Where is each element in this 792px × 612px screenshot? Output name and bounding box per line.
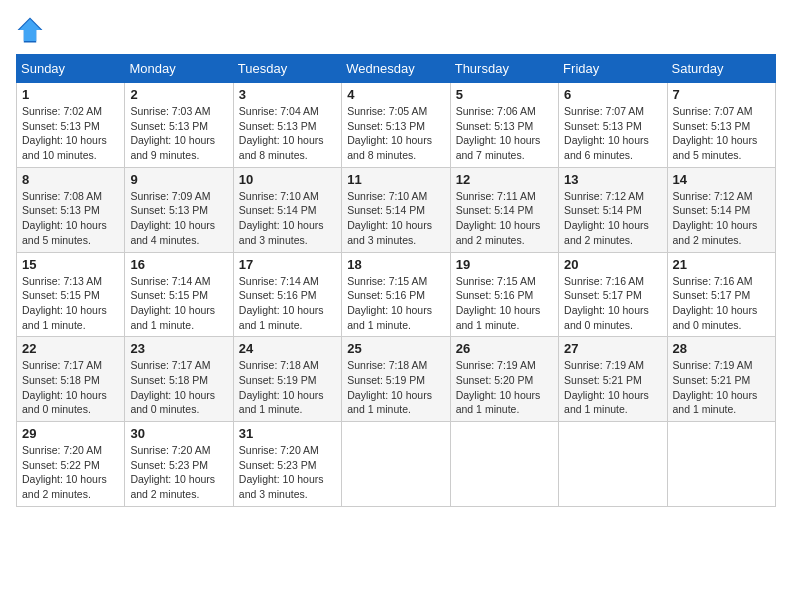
calendar-day-cell: 14Sunrise: 7:12 AM Sunset: 5:14 PM Dayli…: [667, 167, 775, 252]
day-info: Sunrise: 7:12 AM Sunset: 5:14 PM Dayligh…: [564, 189, 661, 248]
calendar-day-cell: 3Sunrise: 7:04 AM Sunset: 5:13 PM Daylig…: [233, 83, 341, 168]
day-info: Sunrise: 7:20 AM Sunset: 5:22 PM Dayligh…: [22, 443, 119, 502]
calendar-day-cell: 29Sunrise: 7:20 AM Sunset: 5:22 PM Dayli…: [17, 422, 125, 507]
day-number: 16: [130, 257, 227, 272]
calendar-day-cell: 10Sunrise: 7:10 AM Sunset: 5:14 PM Dayli…: [233, 167, 341, 252]
calendar-day-cell: 2Sunrise: 7:03 AM Sunset: 5:13 PM Daylig…: [125, 83, 233, 168]
day-number: 23: [130, 341, 227, 356]
calendar-day-cell: 26Sunrise: 7:19 AM Sunset: 5:20 PM Dayli…: [450, 337, 558, 422]
day-number: 22: [22, 341, 119, 356]
calendar-day-cell: 4Sunrise: 7:05 AM Sunset: 5:13 PM Daylig…: [342, 83, 450, 168]
calendar-day-cell: 6Sunrise: 7:07 AM Sunset: 5:13 PM Daylig…: [559, 83, 667, 168]
day-number: 18: [347, 257, 444, 272]
day-number: 20: [564, 257, 661, 272]
day-info: Sunrise: 7:13 AM Sunset: 5:15 PM Dayligh…: [22, 274, 119, 333]
day-number: 14: [673, 172, 770, 187]
calendar-week-row: 1Sunrise: 7:02 AM Sunset: 5:13 PM Daylig…: [17, 83, 776, 168]
day-info: Sunrise: 7:15 AM Sunset: 5:16 PM Dayligh…: [456, 274, 553, 333]
day-info: Sunrise: 7:17 AM Sunset: 5:18 PM Dayligh…: [22, 358, 119, 417]
logo: [16, 16, 48, 44]
calendar-day-cell: 27Sunrise: 7:19 AM Sunset: 5:21 PM Dayli…: [559, 337, 667, 422]
empty-cell: [450, 422, 558, 507]
day-info: Sunrise: 7:19 AM Sunset: 5:21 PM Dayligh…: [564, 358, 661, 417]
calendar-week-row: 15Sunrise: 7:13 AM Sunset: 5:15 PM Dayli…: [17, 252, 776, 337]
calendar-day-cell: 21Sunrise: 7:16 AM Sunset: 5:17 PM Dayli…: [667, 252, 775, 337]
calendar-day-cell: 28Sunrise: 7:19 AM Sunset: 5:21 PM Dayli…: [667, 337, 775, 422]
calendar-day-cell: 30Sunrise: 7:20 AM Sunset: 5:23 PM Dayli…: [125, 422, 233, 507]
day-number: 24: [239, 341, 336, 356]
weekday-header: Thursday: [450, 55, 558, 83]
calendar-day-cell: 11Sunrise: 7:10 AM Sunset: 5:14 PM Dayli…: [342, 167, 450, 252]
day-number: 29: [22, 426, 119, 441]
day-info: Sunrise: 7:19 AM Sunset: 5:20 PM Dayligh…: [456, 358, 553, 417]
svg-marker-1: [19, 19, 41, 41]
day-info: Sunrise: 7:18 AM Sunset: 5:19 PM Dayligh…: [347, 358, 444, 417]
day-number: 8: [22, 172, 119, 187]
day-number: 5: [456, 87, 553, 102]
day-info: Sunrise: 7:05 AM Sunset: 5:13 PM Dayligh…: [347, 104, 444, 163]
day-info: Sunrise: 7:17 AM Sunset: 5:18 PM Dayligh…: [130, 358, 227, 417]
day-info: Sunrise: 7:09 AM Sunset: 5:13 PM Dayligh…: [130, 189, 227, 248]
calendar-day-cell: 5Sunrise: 7:06 AM Sunset: 5:13 PM Daylig…: [450, 83, 558, 168]
weekday-header: Wednesday: [342, 55, 450, 83]
day-number: 25: [347, 341, 444, 356]
calendar-day-cell: 24Sunrise: 7:18 AM Sunset: 5:19 PM Dayli…: [233, 337, 341, 422]
calendar-day-cell: 20Sunrise: 7:16 AM Sunset: 5:17 PM Dayli…: [559, 252, 667, 337]
day-number: 26: [456, 341, 553, 356]
day-number: 9: [130, 172, 227, 187]
weekday-header: Tuesday: [233, 55, 341, 83]
day-number: 21: [673, 257, 770, 272]
day-number: 17: [239, 257, 336, 272]
page-header: [16, 16, 776, 44]
calendar-day-cell: 19Sunrise: 7:15 AM Sunset: 5:16 PM Dayli…: [450, 252, 558, 337]
day-info: Sunrise: 7:16 AM Sunset: 5:17 PM Dayligh…: [673, 274, 770, 333]
day-info: Sunrise: 7:14 AM Sunset: 5:16 PM Dayligh…: [239, 274, 336, 333]
calendar-day-cell: 7Sunrise: 7:07 AM Sunset: 5:13 PM Daylig…: [667, 83, 775, 168]
calendar-day-cell: 22Sunrise: 7:17 AM Sunset: 5:18 PM Dayli…: [17, 337, 125, 422]
weekday-header: Friday: [559, 55, 667, 83]
weekday-header: Sunday: [17, 55, 125, 83]
calendar-day-cell: 13Sunrise: 7:12 AM Sunset: 5:14 PM Dayli…: [559, 167, 667, 252]
calendar-day-cell: 9Sunrise: 7:09 AM Sunset: 5:13 PM Daylig…: [125, 167, 233, 252]
day-number: 10: [239, 172, 336, 187]
day-number: 12: [456, 172, 553, 187]
day-info: Sunrise: 7:07 AM Sunset: 5:13 PM Dayligh…: [673, 104, 770, 163]
empty-cell: [342, 422, 450, 507]
day-number: 4: [347, 87, 444, 102]
day-info: Sunrise: 7:11 AM Sunset: 5:14 PM Dayligh…: [456, 189, 553, 248]
day-info: Sunrise: 7:10 AM Sunset: 5:14 PM Dayligh…: [347, 189, 444, 248]
day-number: 1: [22, 87, 119, 102]
calendar-day-cell: 12Sunrise: 7:11 AM Sunset: 5:14 PM Dayli…: [450, 167, 558, 252]
calendar-day-cell: 16Sunrise: 7:14 AM Sunset: 5:15 PM Dayli…: [125, 252, 233, 337]
calendar-week-row: 29Sunrise: 7:20 AM Sunset: 5:22 PM Dayli…: [17, 422, 776, 507]
calendar-day-cell: 15Sunrise: 7:13 AM Sunset: 5:15 PM Dayli…: [17, 252, 125, 337]
day-number: 27: [564, 341, 661, 356]
weekday-header: Saturday: [667, 55, 775, 83]
calendar-table: SundayMondayTuesdayWednesdayThursdayFrid…: [16, 54, 776, 507]
day-info: Sunrise: 7:10 AM Sunset: 5:14 PM Dayligh…: [239, 189, 336, 248]
calendar-day-cell: 8Sunrise: 7:08 AM Sunset: 5:13 PM Daylig…: [17, 167, 125, 252]
calendar-day-cell: 18Sunrise: 7:15 AM Sunset: 5:16 PM Dayli…: [342, 252, 450, 337]
calendar-day-cell: 31Sunrise: 7:20 AM Sunset: 5:23 PM Dayli…: [233, 422, 341, 507]
day-info: Sunrise: 7:14 AM Sunset: 5:15 PM Dayligh…: [130, 274, 227, 333]
day-info: Sunrise: 7:07 AM Sunset: 5:13 PM Dayligh…: [564, 104, 661, 163]
calendar-header-row: SundayMondayTuesdayWednesdayThursdayFrid…: [17, 55, 776, 83]
day-info: Sunrise: 7:20 AM Sunset: 5:23 PM Dayligh…: [239, 443, 336, 502]
empty-cell: [667, 422, 775, 507]
day-number: 31: [239, 426, 336, 441]
day-info: Sunrise: 7:20 AM Sunset: 5:23 PM Dayligh…: [130, 443, 227, 502]
calendar-day-cell: 25Sunrise: 7:18 AM Sunset: 5:19 PM Dayli…: [342, 337, 450, 422]
calendar-week-row: 8Sunrise: 7:08 AM Sunset: 5:13 PM Daylig…: [17, 167, 776, 252]
calendar-day-cell: 1Sunrise: 7:02 AM Sunset: 5:13 PM Daylig…: [17, 83, 125, 168]
day-info: Sunrise: 7:18 AM Sunset: 5:19 PM Dayligh…: [239, 358, 336, 417]
day-info: Sunrise: 7:03 AM Sunset: 5:13 PM Dayligh…: [130, 104, 227, 163]
day-number: 19: [456, 257, 553, 272]
calendar-day-cell: 23Sunrise: 7:17 AM Sunset: 5:18 PM Dayli…: [125, 337, 233, 422]
day-info: Sunrise: 7:12 AM Sunset: 5:14 PM Dayligh…: [673, 189, 770, 248]
day-number: 2: [130, 87, 227, 102]
day-number: 13: [564, 172, 661, 187]
day-number: 11: [347, 172, 444, 187]
day-number: 15: [22, 257, 119, 272]
day-info: Sunrise: 7:19 AM Sunset: 5:21 PM Dayligh…: [673, 358, 770, 417]
calendar-week-row: 22Sunrise: 7:17 AM Sunset: 5:18 PM Dayli…: [17, 337, 776, 422]
